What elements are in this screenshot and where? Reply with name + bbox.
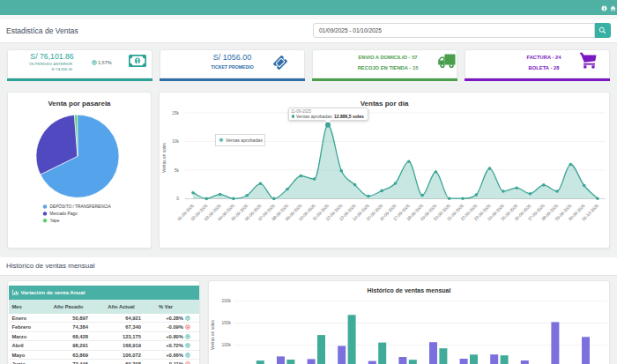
svg-text:Ventas en soles: Ventas en soles [211,319,215,349]
svg-text:150k: 150k [222,321,232,325]
svg-text:Yape: Yape [50,219,60,223]
svg-text:Ventas aprobadas: Ventas aprobadas [226,137,263,143]
svg-text:DEPÓSITO / TRANSFERENCIA: DEPÓSITO / TRANSFERENCIA [50,204,112,209]
svg-text:10k: 10k [172,139,179,144]
svg-text:200k: 200k [222,299,232,303]
svg-text:Mercado Pago: Mercado Pago [50,212,78,216]
svg-text:Ventas en soles: Ventas en soles [162,142,167,172]
svg-text:Histórico de ventas mensual: Histórico de ventas mensual [368,287,451,293]
svg-text:Ventas por día: Ventas por día [361,100,409,108]
svg-text:100k: 100k [222,343,232,347]
svg-text:5k: 5k [175,168,180,173]
svg-text:15k: 15k [172,111,179,115]
svg-text:Venta por pasarela: Venta por pasarela [48,100,111,108]
svg-text:0: 0 [176,197,179,201]
